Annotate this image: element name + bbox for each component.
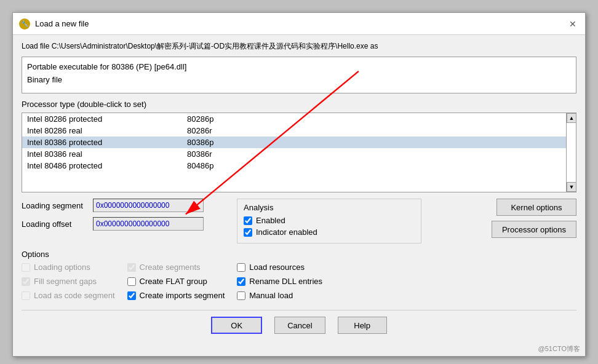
- proc-name: Intel 80386 protected: [27, 138, 187, 147]
- bottom-buttons: OK Cancel Help: [22, 310, 576, 340]
- option-checkbox[interactable]: [237, 291, 245, 300]
- scrollbar: ▲ ▼: [566, 113, 576, 192]
- option-row-0-0: Loading options: [22, 263, 115, 272]
- option-label: Fill segment gaps: [34, 277, 97, 286]
- proc-name: Intel 80286 real: [27, 126, 187, 135]
- options-title: Options: [22, 250, 576, 259]
- option-checkbox[interactable]: [127, 291, 136, 300]
- processor-list[interactable]: Intel 80286 protected80286pIntel 80286 r…: [22, 113, 566, 192]
- option-checkbox: [22, 291, 30, 300]
- option-row-2-1: Rename DLL entries: [237, 277, 322, 286]
- indicator-checkbox[interactable]: [244, 228, 252, 237]
- proc-code: 80286p: [187, 114, 213, 124]
- left-column: Loading segment Loading offset: [22, 199, 231, 243]
- scroll-up-arrow[interactable]: ▲: [567, 113, 576, 123]
- ok-button[interactable]: OK: [211, 317, 262, 334]
- option-row-0-1: Fill segment gaps: [22, 277, 115, 286]
- proc-code: 80386r: [187, 149, 212, 159]
- title-bar-left: 🔧 Load a new file: [19, 18, 89, 30]
- enabled-row: Enabled: [244, 216, 415, 225]
- help-button[interactable]: Help: [338, 317, 387, 334]
- enabled-checkbox[interactable]: [244, 216, 252, 225]
- proc-code: 80286r: [187, 126, 212, 135]
- loading-segment-label: Loading segment: [22, 201, 89, 210]
- loading-offset-label: Loading offset: [22, 220, 89, 229]
- processor-row[interactable]: Intel 80386 real80386r: [22, 148, 566, 160]
- app-icon: 🔧: [19, 18, 30, 30]
- indicator-row: Indicator enabled: [244, 228, 415, 237]
- loading-offset-row: Loading offset: [22, 217, 231, 231]
- option-row-2-0: Load resources: [237, 263, 322, 272]
- option-row-2-2: Manual load: [237, 291, 322, 300]
- options-cols: Loading options Fill segment gaps Load a…: [22, 263, 576, 303]
- option-label: Create FLAT group: [140, 277, 207, 286]
- options-group: Options Loading options Fill segment gap…: [22, 250, 576, 303]
- loading-offset-input[interactable]: [93, 217, 204, 231]
- option-checkbox[interactable]: [237, 263, 245, 272]
- option-row-1-0: Create segments: [127, 263, 225, 272]
- options-col-3: Load resources Rename DLL entries Manual…: [237, 263, 322, 303]
- option-label: Manual load: [249, 291, 293, 300]
- analysis-title: Analysis: [244, 203, 415, 212]
- title-bar: 🔧 Load a new file ✕: [13, 13, 585, 35]
- option-row-1-2: Create imports segment: [127, 291, 225, 300]
- options-col-1: Loading options Fill segment gaps Load a…: [22, 263, 115, 303]
- option-label: Loading options: [34, 263, 90, 272]
- file-type-pe: Portable executable for 80386 (PE) [pe64…: [27, 61, 571, 74]
- option-label: Load as code segment: [34, 291, 115, 300]
- file-types-box: Portable executable for 80386 (PE) [pe64…: [22, 57, 576, 93]
- option-checkbox: [22, 277, 30, 286]
- proc-name: Intel 80486 protected: [27, 161, 187, 170]
- processor-type-label: Processor type (double-click to set): [22, 100, 576, 109]
- option-label: Create imports segment: [140, 291, 225, 300]
- proc-name: Intel 80286 protected: [27, 114, 187, 124]
- option-row-0-2: Load as code segment: [22, 291, 115, 300]
- proc-code: 80486p: [187, 161, 213, 170]
- option-checkbox: [127, 263, 136, 272]
- processor-row[interactable]: Intel 80486 protected80486p: [22, 160, 566, 172]
- middle-column: Analysis Enabled Indicator enabled: [237, 199, 421, 243]
- options-col-2: Create segments Create FLAT group Create…: [127, 263, 225, 303]
- file-type-binary: Binary file: [27, 74, 571, 87]
- loading-segment-input[interactable]: [93, 199, 204, 212]
- processor-options-button[interactable]: Processor options: [492, 221, 576, 238]
- processor-row[interactable]: Intel 80286 protected80286p: [22, 113, 566, 125]
- processor-row[interactable]: Intel 80386 protected80386p: [22, 136, 566, 148]
- dialog-title: Load a new file: [35, 19, 89, 28]
- option-checkbox[interactable]: [237, 277, 245, 286]
- option-label: Create segments: [140, 263, 201, 272]
- option-checkbox[interactable]: [127, 277, 136, 286]
- option-label: Load resources: [249, 263, 305, 272]
- close-button[interactable]: ✕: [567, 18, 579, 30]
- analysis-group: Analysis Enabled Indicator enabled: [237, 199, 421, 243]
- loading-segment-row: Loading segment: [22, 199, 231, 212]
- dialog-content: Load file C:\Users\Administrator\Desktop…: [13, 35, 585, 346]
- proc-code: 80386p: [187, 138, 213, 147]
- watermark: @51CTO博客: [538, 344, 580, 354]
- processor-row[interactable]: Intel 80286 real80286r: [22, 125, 566, 136]
- enabled-label: Enabled: [256, 216, 285, 225]
- option-label: Rename DLL entries: [249, 277, 322, 286]
- option-row-1-1: Create FLAT group: [127, 277, 225, 286]
- bottom-section: Loading segment Loading offset Analysis …: [22, 199, 576, 243]
- option-checkbox: [22, 263, 30, 272]
- right-column: Kernel options Processor options: [428, 199, 576, 243]
- cancel-button[interactable]: Cancel: [274, 317, 325, 334]
- kernel-options-button[interactable]: Kernel options: [496, 199, 576, 216]
- proc-name: Intel 80386 real: [27, 149, 187, 159]
- load-file-dialog: 🔧 Load a new file ✕ Load file C:\Users\A…: [12, 12, 586, 357]
- file-path-label: Load file C:\Users\Administrator\Desktop…: [22, 41, 576, 52]
- indicator-label: Indicator enabled: [256, 228, 317, 237]
- processor-list-container: Intel 80286 protected80286pIntel 80286 r…: [22, 113, 576, 192]
- scroll-down-arrow[interactable]: ▼: [567, 182, 576, 192]
